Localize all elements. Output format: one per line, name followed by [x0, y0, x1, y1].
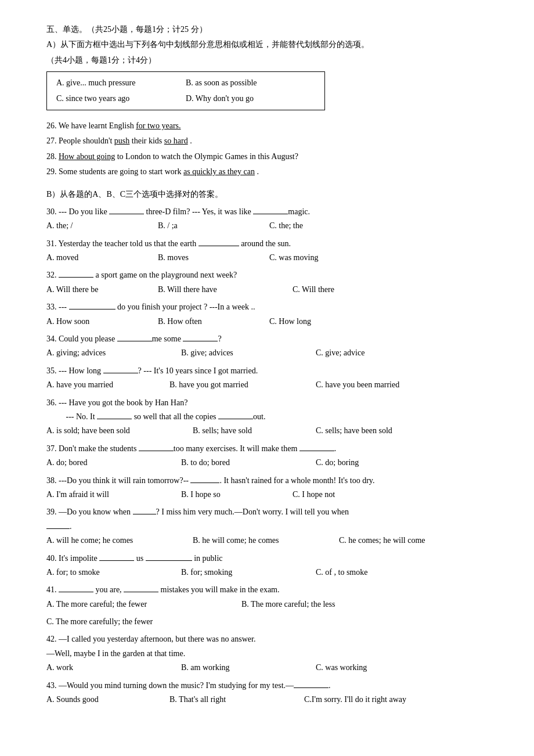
q33-b: B. How often [158, 315, 251, 328]
q39-num: 39. [46, 507, 59, 516]
q37-num: 37. [46, 444, 59, 453]
q26-num: 26. [46, 121, 59, 130]
options-box: A. give... much pressure B. as soon as p… [46, 71, 325, 110]
q29-num: 29. [46, 167, 59, 176]
q26-underline: for two years. [136, 121, 181, 130]
q34-text: Could you please me some ? [59, 334, 222, 343]
q27-mid: their kids [132, 136, 164, 145]
q41-num: 41. [46, 585, 59, 594]
q28-text: to London to watch the Olympic Games in … [117, 152, 298, 161]
q34-num: 34. [46, 334, 59, 343]
q39-a: A. will he come; he comes [46, 534, 174, 547]
q32-c: C. Will there [293, 283, 385, 296]
q27-num: 27. [46, 136, 59, 145]
q39-text: —Do you know when ? I miss him very much… [59, 507, 349, 516]
q43: 43. —Would you mind turning down the mus… [46, 679, 488, 692]
q40-text: It's impolite us in public [59, 554, 223, 563]
section-header: 五、单选。（共25小题，每题1分；计25 分） [46, 23, 488, 36]
q41-a: A. The more careful; the fewer [46, 598, 232, 611]
q36-c: C. sells; have been sold [316, 424, 409, 437]
q41-text: you are, mistakes you will make in the e… [59, 585, 280, 594]
q43-answers: A. Sounds good B. That's all right C.I'm… [46, 693, 488, 706]
q42-line2: —Well, maybe I in the garden at that tim… [46, 647, 488, 660]
q39-c: C. he comes; he will come [339, 534, 432, 547]
q32-b: B. Will there have [158, 283, 274, 296]
q35-b: B. have you got married [169, 379, 297, 391]
q36-text2: --- No. It so well that all the copies o… [66, 412, 266, 421]
q37-c: C. do; boring [316, 456, 409, 469]
q28-underline: How about going [59, 152, 115, 161]
q43-b: B. That's all right [169, 693, 286, 706]
q40-num: 40. [46, 554, 59, 563]
q40-a: A. for; to smoke [46, 566, 163, 579]
q41-answers: A. The more careful; the fewer B. The mo… [46, 598, 488, 611]
q41-answers2: C. The more carefully; the fewer [46, 615, 488, 628]
section-a-intro: A）从下面方框中选出与下列各句中划线部分意思相似或相近，并能替代划线部分的选项。 [46, 38, 488, 51]
q35-c: C. have you been married [316, 379, 409, 391]
q38-b: B. I hope so [181, 488, 274, 501]
q38: 38. ---Do you think it will rain tomorro… [46, 474, 488, 487]
q41: 41. you are, mistakes you will make in t… [46, 584, 488, 596]
q42-text2: —Well, maybe I in the garden at that tim… [46, 649, 185, 658]
q42-answers: A. work B. am working C. was working [46, 661, 488, 674]
option-d: D. Why don't you go [186, 92, 315, 105]
q36-num: 36. [46, 398, 59, 407]
section-a-sub: （共4小题，每题1分；计4分） [46, 54, 488, 67]
q30-b: B. / ;a [158, 219, 251, 232]
q32-a: A. Will there be [46, 283, 139, 296]
q31-answers: A. moved B. moves C. was moving [46, 251, 488, 264]
q33-answers: A. How soon B. How often C. How long [46, 315, 488, 328]
q30-text: --- Do you like three-D film? --- Yes, i… [59, 207, 310, 216]
q26-text: We have learnt English [59, 121, 136, 130]
q37-a: A. do; bored [46, 456, 163, 469]
q34-b: B. give; advices [181, 347, 297, 359]
q40: 40. It's impolite us in public [46, 552, 488, 565]
q38-text: ---Do you think it will rain tomorrow?--… [59, 476, 374, 485]
q38-answers: A. I'm afraid it will B. I hope so C. I … [46, 488, 488, 501]
q31-num: 31. [46, 239, 57, 248]
q39-b: B. he will come; he comes [193, 534, 320, 547]
q36-line2: --- No. It so well that all the copies o… [46, 411, 488, 423]
q37-answers: A. do; bored B. to do; bored C. do; bori… [46, 456, 488, 469]
q33-num: 33. [46, 303, 59, 311]
q36-text: --- Have you got the book by Han Han? [59, 398, 187, 407]
q42-text: —I called you yesterday afternoon, but t… [59, 635, 255, 643]
q37-b: B. to do; bored [181, 456, 297, 469]
q43-text: —Would you mind turning down the music? … [59, 681, 331, 690]
q42-c: C. was working [316, 661, 409, 674]
q36-answers: A. is sold; have been sold B. sells; hav… [46, 424, 488, 437]
q36-a: A. is sold; have been sold [46, 424, 174, 437]
q37: 37. Don't make the students too many exe… [46, 442, 488, 455]
q33-a: A. How soon [46, 315, 139, 328]
q35-num: 35. [46, 366, 59, 375]
q36-b: B. sells; have sold [193, 424, 297, 437]
q40-b: B. for; smoking [181, 566, 297, 579]
option-a: A. give... much pressure [56, 77, 186, 89]
q41-b: B. The more careful; the less [241, 598, 335, 611]
q41-c: C. The more carefully; the fewer [46, 615, 153, 628]
q39-answers: A. will he come; he comes B. he will com… [46, 534, 488, 547]
q32: 32. a sport game on the playground next … [46, 269, 488, 282]
q29-underline: as quickly as they can [183, 167, 255, 176]
q35-text: --- How long ? --- It's 10 years since I… [59, 366, 258, 375]
q40-c: C. of , to smoke [316, 566, 409, 579]
q35-a: A. have you married [46, 379, 151, 391]
q42: 42. —I called you yesterday afternoon, b… [46, 633, 488, 646]
q33-text: --- do you finish your project ? ---In a… [59, 303, 255, 311]
q30-num: 30. [46, 207, 59, 216]
q42-b: B. am working [181, 661, 297, 674]
q40-answers: A. for; to smoke B. for; smoking C. of ,… [46, 566, 488, 579]
section-b-title: B）从各题的A、B、C三个选项中选择对的答案。 [46, 188, 488, 201]
q33-c: C. How long [269, 315, 362, 328]
option-c: C. since two years ago [56, 92, 186, 105]
q30-answers: A. the; / B. / ;a C. the; the [46, 219, 488, 232]
q31-b: B. moves [158, 251, 251, 264]
q26: 26. We have learnt English for two years… [46, 120, 488, 132]
q30-a: A. the; / [46, 219, 139, 232]
q27: 27. People shouldn't push their kids so … [46, 135, 488, 147]
q28-num: 28. [46, 152, 59, 161]
q36: 36. --- Have you got the book by Han Han… [46, 397, 488, 409]
q31-c: C. was moving [269, 251, 362, 264]
q43-num: 43. [46, 681, 59, 690]
q32-text: a sport game on the playground next week… [59, 271, 237, 279]
